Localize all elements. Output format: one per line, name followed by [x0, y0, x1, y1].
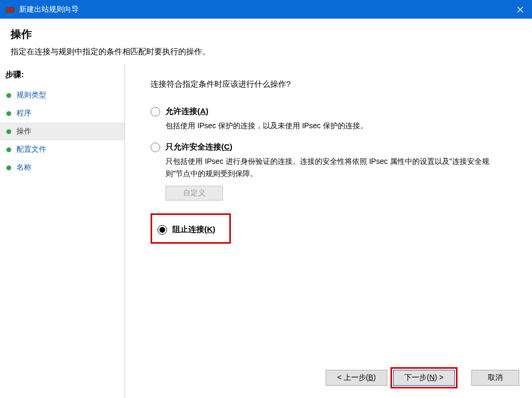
bullet-icon [6, 93, 11, 98]
radio-secure[interactable] [151, 143, 160, 152]
option-secure-row[interactable]: 只允许安全连接(C) [151, 142, 516, 152]
bullet-icon [6, 129, 11, 134]
option-allow-row[interactable]: 允许连接(A) [151, 106, 516, 117]
step-label: 配置文件 [16, 145, 46, 154]
footer-buttons: < 上一步(B) 下一步(N) > 取消 [326, 367, 519, 388]
firewall-icon [5, 5, 15, 14]
bullet-icon [6, 111, 11, 116]
header-area: 操作 指定在连接与规则中指定的条件相匹配时要执行的操作。 [0, 19, 532, 64]
customize-button: 自定义 [165, 186, 223, 201]
wizard-window: 新建出站规则向导 操作 指定在连接与规则中指定的条件相匹配时要执行的操作。 步骤… [0, 0, 532, 398]
radio-allow[interactable] [151, 107, 160, 117]
window-title: 新建出站规则向导 [19, 5, 79, 14]
next-button[interactable]: 下一步(N) > [393, 370, 455, 386]
step-rule-type[interactable]: 规则类型 [0, 86, 124, 104]
step-program[interactable]: 程序 [0, 104, 124, 122]
body-area: 步骤: 规则类型 程序 操作 配置文件 [0, 64, 532, 398]
step-name[interactable]: 名称 [0, 159, 124, 177]
option-block-row[interactable]: 阻止连接(K) [157, 225, 215, 235]
option-secure-label: 只允许安全连接(C) [165, 142, 232, 152]
step-label: 规则类型 [16, 90, 46, 100]
cancel-button[interactable]: 取消 [471, 370, 519, 386]
page-title: 操作 [11, 27, 521, 42]
option-secure-block: 只允许安全连接(C) 只包括使用 IPsec 进行身份验证的连接。连接的安全性将… [151, 142, 516, 201]
close-button[interactable] [508, 0, 532, 19]
page-subtitle: 指定在连接与规则中指定的条件相匹配时要执行的操作。 [11, 47, 521, 57]
option-secure-desc: 只包括使用 IPsec 进行身份验证的连接。连接的安全性将依照 IPsec 属性… [165, 155, 495, 179]
bullet-icon [6, 147, 11, 152]
steps-list: 规则类型 程序 操作 配置文件 名称 [0, 86, 124, 177]
close-icon [517, 6, 523, 13]
action-question: 连接符合指定条件时应该进行什么操作? [151, 79, 516, 89]
step-label: 程序 [16, 109, 31, 118]
option-block-label: 阻止连接(K) [172, 225, 215, 235]
step-label: 名称 [16, 163, 31, 172]
customize-wrap: 自定义 [165, 186, 516, 201]
step-profile[interactable]: 配置文件 [0, 140, 124, 159]
steps-sidebar: 步骤: 规则类型 程序 操作 配置文件 [0, 64, 125, 398]
radio-block[interactable] [157, 225, 167, 235]
next-button-highlight: 下一步(N) > [390, 367, 458, 388]
step-label: 操作 [16, 127, 31, 136]
back-button[interactable]: < 上一步(B) [326, 370, 387, 386]
option-allow-desc: 包括使用 IPsec 保护的连接，以及未使用 IPsec 保护的连接。 [165, 120, 495, 131]
option-allow-block: 允许连接(A) 包括使用 IPsec 保护的连接，以及未使用 IPsec 保护的… [151, 106, 516, 131]
bullet-icon [6, 165, 11, 170]
option-block-highlight: 阻止连接(K) [151, 213, 231, 244]
options-area: 允许连接(A) 包括使用 IPsec 保护的连接，以及未使用 IPsec 保护的… [151, 104, 516, 254]
steps-heading: 步骤: [0, 68, 124, 82]
option-allow-label: 允许连接(A) [165, 106, 209, 117]
titlebar: 新建出站规则向导 [0, 0, 532, 19]
main-panel: 连接符合指定条件时应该进行什么操作? 允许连接(A) 包括使用 IPsec 保护… [125, 64, 532, 398]
step-action[interactable]: 操作 [0, 122, 124, 140]
